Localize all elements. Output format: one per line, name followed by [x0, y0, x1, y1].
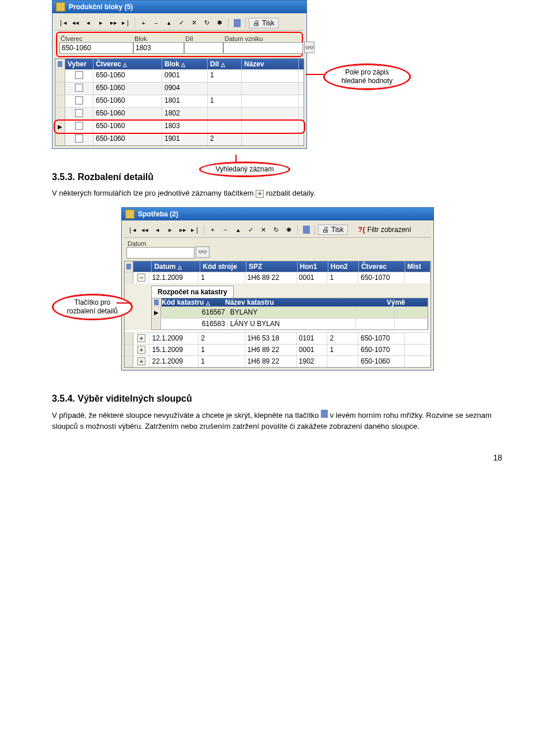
plus-icon[interactable]: +	[137, 346, 145, 354]
print-button[interactable]: 🖨 Tisk	[249, 18, 279, 28]
expand-cell[interactable]: +	[133, 345, 149, 355]
nav-next-icon[interactable]: ▸	[95, 17, 106, 28]
nav-first-icon[interactable]: ❘◂	[57, 17, 68, 28]
col-header[interactable]: Čtverec △	[93, 59, 162, 69]
select-cell[interactable]	[65, 121, 93, 133]
minus-icon[interactable]: −	[137, 274, 145, 282]
row-indicator	[55, 108, 65, 120]
table-row[interactable]: 650-10600904	[55, 82, 304, 95]
edit-icon[interactable]: ▴	[233, 224, 244, 235]
columns-icon[interactable]	[301, 224, 312, 235]
add-icon[interactable]: +	[138, 17, 149, 28]
row-indicator-header[interactable]	[55, 59, 65, 69]
table-row[interactable]: +22.1.200911H6 89 221902650-1060	[125, 355, 431, 367]
nav-prevpage-icon[interactable]: ◂◂	[139, 224, 150, 235]
expand-cell[interactable]: +	[133, 333, 149, 344]
tab[interactable]: Rozpočet na katastry	[151, 286, 234, 298]
columns-icon	[321, 410, 328, 418]
expand-cell[interactable]: −	[133, 272, 149, 283]
table-row[interactable]: 650-106019012	[55, 133, 304, 145]
nav-last-icon[interactable]: ▸❘	[121, 17, 132, 28]
remove-icon[interactable]: −	[151, 17, 162, 28]
cancel-icon[interactable]: ✕	[189, 17, 200, 28]
search-input[interactable]	[223, 42, 303, 54]
col-header[interactable]	[352, 298, 387, 306]
row-indicator-header[interactable]	[125, 261, 133, 272]
table-row[interactable]: 650-106009011	[55, 69, 304, 82]
nav-first-icon[interactable]: ❘◂	[126, 224, 137, 235]
search-input[interactable]	[184, 42, 223, 54]
search-button[interactable]: 👓	[196, 246, 209, 258]
search-input[interactable]	[59, 42, 133, 54]
nav-prev-icon[interactable]: ◂	[83, 17, 93, 28]
select-cell[interactable]	[65, 70, 93, 82]
col-header[interactable]: Název	[242, 59, 299, 69]
ok-icon[interactable]: ✓	[176, 17, 187, 28]
add-icon[interactable]: +	[207, 224, 218, 235]
refresh-icon[interactable]: ↻	[201, 17, 212, 28]
expand-cell[interactable]: +	[133, 356, 149, 367]
nav-next-icon[interactable]: ▸	[164, 224, 175, 235]
checkbox[interactable]	[75, 134, 83, 143]
ok-icon[interactable]: ✓	[245, 224, 256, 235]
nav-last-icon[interactable]: ▸❘	[190, 224, 201, 235]
plus-icon[interactable]: +	[137, 334, 145, 342]
select-cell[interactable]	[65, 83, 93, 95]
col-header[interactable]: Vyber	[65, 59, 93, 69]
nav-nextpage-icon[interactable]: ▸▸	[108, 17, 119, 28]
table-row[interactable]: 650-106018011	[55, 95, 304, 107]
cell: 0901	[162, 70, 208, 82]
table-row[interactable]: 616583LÁNY U BYLAN	[152, 318, 428, 330]
checkbox[interactable]	[75, 96, 83, 104]
nav-prevpage-icon[interactable]: ◂◂	[70, 17, 81, 28]
col-header[interactable]: Míst	[405, 261, 431, 272]
select-cell[interactable]	[65, 133, 93, 145]
checkbox[interactable]	[75, 84, 83, 92]
table-row[interactable]: −12.1.200911H6 89 2200011650-1070	[125, 272, 431, 283]
cell: 650-1060	[358, 356, 405, 367]
col-header[interactable]: Kód stroje	[200, 261, 246, 272]
nav-prev-icon[interactable]: ◂	[152, 224, 163, 235]
checkbox[interactable]	[75, 109, 83, 117]
checkbox[interactable]	[75, 122, 83, 130]
table-row[interactable]: ▶650-10601803	[55, 120, 304, 133]
columns-icon[interactable]	[231, 17, 242, 28]
col-header[interactable]: Blok △	[162, 59, 208, 69]
search-input[interactable]	[133, 42, 184, 54]
cell	[242, 121, 299, 133]
col-header[interactable]: Hon2	[328, 261, 359, 272]
table-row[interactable]: 650-10601802	[55, 107, 304, 120]
remove-icon[interactable]: −	[220, 224, 231, 235]
col-header[interactable]: SPZ	[246, 261, 298, 272]
col-header[interactable]: Díl △	[208, 59, 242, 69]
table-row[interactable]: +12.1.200921H6 53 1801012650-1070	[125, 332, 431, 344]
print-label: Tisk	[331, 226, 344, 234]
col-header[interactable]: Čtverec	[359, 261, 405, 272]
expand-icon: +	[256, 190, 264, 198]
select-cell[interactable]	[65, 108, 93, 120]
filter-button[interactable]: ?{ Filtr zobrazení	[358, 226, 411, 234]
refresh-icon[interactable]: ↻	[271, 224, 282, 235]
cell: 1	[199, 272, 245, 283]
col-header[interactable]: Kód katastru △	[162, 298, 225, 306]
select-cell[interactable]	[65, 95, 93, 107]
nav-nextpage-icon[interactable]: ▸▸	[177, 224, 188, 235]
search-input[interactable]	[126, 247, 194, 259]
star-icon[interactable]: ✱	[283, 224, 294, 235]
table-row[interactable]: ▶616567BYLANY	[152, 306, 428, 318]
table-row[interactable]: +15.1.200911H6 89 2200011650-1070	[125, 344, 431, 355]
search-button[interactable]: 👓	[304, 42, 315, 53]
col-header[interactable]: Hon1	[298, 261, 328, 272]
plus-icon[interactable]: +	[137, 357, 145, 365]
row-indicator-header[interactable]	[152, 298, 162, 306]
print-button[interactable]: 🖨 Tisk	[318, 224, 348, 235]
cancel-icon[interactable]: ✕	[258, 224, 269, 235]
col-header[interactable]: Název katastru	[225, 298, 352, 306]
col-header[interactable]: Výmě	[387, 298, 415, 306]
col-header[interactable]	[133, 261, 152, 272]
edit-icon[interactable]: ▴	[163, 17, 174, 28]
cell: 1H6 89 22	[245, 272, 297, 283]
star-icon[interactable]: ✱	[214, 17, 225, 28]
col-header[interactable]: Datum △	[152, 261, 200, 272]
checkbox[interactable]	[75, 71, 83, 79]
